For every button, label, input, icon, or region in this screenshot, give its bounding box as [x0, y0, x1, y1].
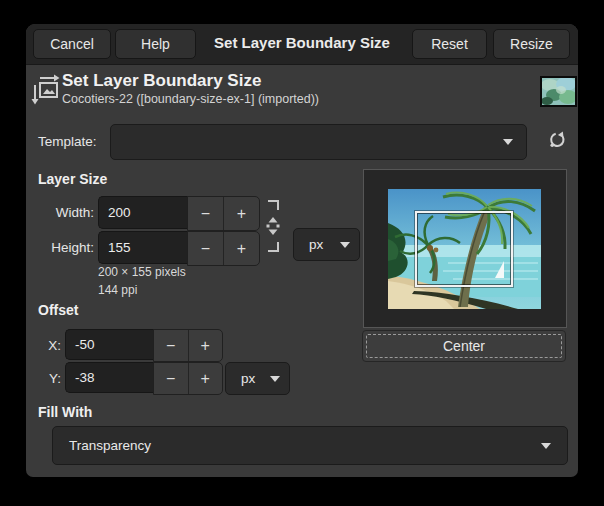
- chain-broken-vertical-icon: [266, 242, 282, 257]
- chevron-down-icon: [503, 139, 513, 145]
- height-label: Height:: [26, 240, 94, 255]
- chevron-down-icon: [340, 242, 350, 248]
- template-revert-button[interactable]: [542, 128, 572, 154]
- offset-y-increment-button[interactable]: +: [188, 363, 223, 394]
- offset-x-spinner: − +: [153, 329, 223, 362]
- offset-x-increment-button[interactable]: +: [188, 330, 223, 361]
- width-label: Width:: [26, 205, 94, 220]
- width-increment-button[interactable]: +: [223, 197, 259, 230]
- screenshot-stage: Cancel Help Set Layer Boundary Size Rese…: [0, 0, 604, 506]
- width-input[interactable]: [98, 196, 188, 229]
- chevron-down-icon: [270, 376, 280, 382]
- offset-x-input[interactable]: [65, 329, 154, 360]
- height-input[interactable]: [98, 231, 188, 264]
- chain-link-button[interactable]: [264, 198, 284, 256]
- layer-boundary-overlay: [415, 211, 513, 287]
- offset-y-spinner: − +: [153, 362, 223, 395]
- resize-button[interactable]: Resize: [493, 29, 570, 59]
- offset-x-decrement-button[interactable]: −: [154, 330, 188, 361]
- size-unit-value: px: [294, 237, 340, 252]
- offset-y-input[interactable]: [65, 362, 154, 393]
- width-decrement-button[interactable]: −: [188, 197, 223, 230]
- layer-resize-icon: [31, 72, 61, 110]
- offset-y-label: Y:: [26, 371, 61, 386]
- layer-preview-image[interactable]: [388, 189, 541, 309]
- center-button[interactable]: Center: [362, 330, 566, 362]
- offset-preview-panel: [363, 169, 567, 328]
- center-button-label: Center: [443, 338, 485, 354]
- resolution-info: 144 ppi: [98, 283, 137, 297]
- width-spinner: − +: [187, 196, 260, 231]
- fill-with-heading: Fill With: [38, 404, 92, 420]
- template-combo[interactable]: [110, 124, 527, 160]
- offset-y-decrement-button[interactable]: −: [154, 363, 188, 394]
- dialog-subheading: Cocotiers-22 ([boundary-size-ex-1] (impo…: [62, 92, 319, 106]
- height-spinner: − +: [187, 231, 260, 266]
- height-increment-button[interactable]: +: [223, 232, 259, 265]
- offset-unit-combo[interactable]: px: [225, 362, 290, 395]
- layer-thumbnail: [540, 76, 577, 107]
- size-unit-combo[interactable]: px: [293, 228, 360, 261]
- offset-heading: Offset: [38, 302, 78, 318]
- dialog-set-layer-boundary-size: Cancel Help Set Layer Boundary Size Rese…: [26, 24, 578, 477]
- template-label: Template:: [38, 134, 97, 149]
- reset-button[interactable]: Reset: [412, 29, 487, 59]
- fill-with-combo[interactable]: Transparency: [52, 426, 568, 465]
- revert-icon: [547, 138, 567, 153]
- offset-x-label: X:: [26, 338, 61, 353]
- chevron-down-icon: [541, 443, 551, 449]
- height-decrement-button[interactable]: −: [188, 232, 223, 265]
- dialog-heading: Set Layer Boundary Size: [62, 71, 261, 91]
- offset-unit-value: px: [226, 371, 270, 386]
- layer-size-heading: Layer Size: [38, 171, 107, 187]
- titlebar[interactable]: Cancel Help Set Layer Boundary Size Rese…: [26, 24, 578, 65]
- fill-with-value: Transparency: [53, 438, 541, 453]
- size-info: 200 × 155 pixels: [98, 265, 186, 279]
